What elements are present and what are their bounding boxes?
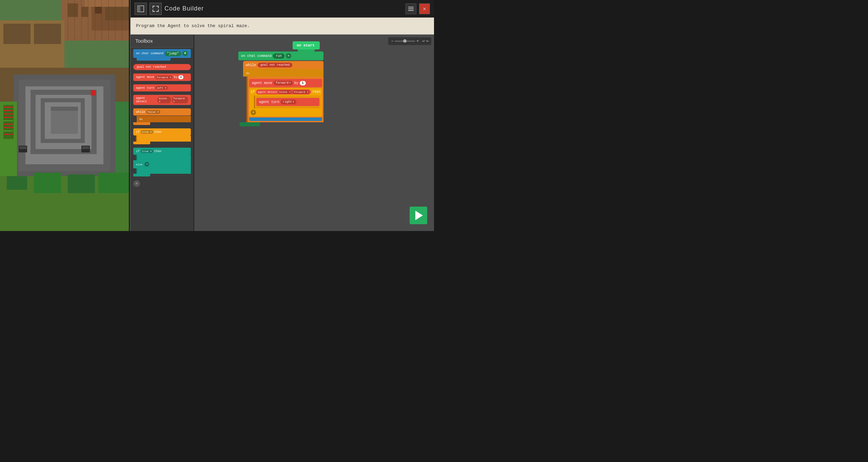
close-button[interactable]: ✕ [419, 3, 430, 14]
svg-rect-48 [3, 124, 13, 125]
svg-rect-53 [34, 173, 61, 193]
svg-rect-55 [98, 173, 129, 193]
turn-label: agent turn [136, 86, 154, 90]
toolbox-block-on-chat[interactable]: on chat command "jump" + [133, 49, 191, 61]
ws-move-dir[interactable]: forward [274, 81, 293, 85]
svg-rect-63 [408, 8, 414, 9]
then-label: then [154, 130, 162, 134]
ws-if-plus-row: + [251, 110, 321, 115]
svg-rect-57 [19, 146, 26, 149]
svg-rect-31 [92, 90, 97, 154]
title-bar: Code Builder ✕ [131, 0, 434, 18]
ws-on-chat-label: on chat command [241, 54, 272, 58]
detect-block-dropdown[interactable]: block ▾ [278, 90, 292, 94]
zoom-plus-btn[interactable]: + [416, 39, 419, 44]
ws-if-block: if agent detect block ▾ forward ▾ then [249, 88, 322, 117]
svg-rect-19 [3, 24, 31, 44]
detect-type-dropdown[interactable]: block ▾ [157, 97, 171, 103]
ws-on-chat-block[interactable]: on chat command run + while goal not rea… [238, 51, 323, 126]
list-icon-button[interactable] [406, 3, 416, 14]
svg-rect-45 [3, 113, 13, 114]
do-label: do [139, 118, 143, 121]
zoom-track[interactable] [395, 41, 415, 42]
title-buttons: ✕ [406, 3, 430, 14]
svg-rect-27 [103, 80, 110, 171]
ws-turn-label: agent turn [259, 100, 279, 104]
zoom-controls: − + ↩ ↪ [388, 37, 431, 45]
ws-detect-pill[interactable]: agent detect block ▾ forward ▾ [256, 89, 311, 94]
app-icon [135, 3, 147, 15]
toolbox-block-turn[interactable]: agent turn left ▾ [133, 84, 191, 91]
code-builder-panel: Code Builder ✕ Program the Agent to solv… [130, 0, 434, 231]
ws-chat-plus[interactable]: + [286, 53, 291, 59]
ws-if-body: agent turn right [254, 96, 321, 108]
move-label: agent move [136, 76, 154, 79]
svg-rect-43 [3, 107, 13, 108]
ws-move-label: agent move [252, 81, 272, 85]
if-else-cond-dropdown[interactable]: true ▾ [141, 149, 153, 153]
toolbox-block-detect[interactable]: agent detect block ▾ forward ▾ [133, 95, 191, 105]
move-dir-dropdown[interactable]: forward ▾ [155, 76, 173, 79]
while-cond-dropdown[interactable]: false ▾ [146, 110, 160, 114]
else-label: else [136, 163, 142, 166]
while-condition: goal not reached [258, 63, 292, 67]
ws-agent-turn[interactable]: agent turn right [256, 98, 319, 106]
svg-rect-47 [3, 120, 13, 121]
if-else-label: if [136, 150, 140, 153]
svg-rect-44 [3, 110, 13, 111]
zoom-minus-btn[interactable]: − [391, 39, 393, 44]
svg-rect-35 [81, 98, 85, 143]
chat-pill: "jump" [165, 51, 181, 56]
toolbox-block-if-else[interactable]: if true ▾ then else − [133, 148, 191, 176]
if-cond-dropdown[interactable]: true ▾ [141, 130, 153, 134]
detect-dir-dropdown[interactable]: forward ▾ [172, 97, 188, 103]
svg-rect-32 [41, 98, 85, 102]
game-canvas [0, 0, 129, 231]
detect-agent-text: agent detect [258, 90, 277, 93]
do-keyword: do [246, 72, 250, 75]
while-label: while [136, 110, 145, 114]
toolbox-block-if[interactable]: if true ▾ then [133, 128, 191, 144]
ws-if-plus[interactable]: + [251, 110, 256, 115]
ws-agent-move[interactable]: agent move forward by 1 [249, 79, 322, 87]
description-text: Program the Agent to solve the spiral ma… [136, 23, 250, 28]
title-left: Code Builder [135, 3, 204, 15]
play-icon [415, 211, 423, 220]
main-content: Toolbox on chat command "jump" + goal no… [131, 35, 434, 231]
svg-rect-54 [68, 174, 95, 193]
move-by-label: by [174, 76, 177, 79]
toolbox-header: Toolbox [131, 35, 194, 47]
minecraft-game [0, 0, 129, 231]
svg-rect-26 [19, 80, 25, 171]
expand-icon[interactable] [150, 3, 162, 15]
while-keyword: while [246, 63, 256, 67]
toolbox-block-while[interactable]: while false ▾ do [133, 108, 191, 125]
undo-btn[interactable]: ↩ [422, 39, 425, 44]
toolbox-block-goal[interactable]: goal not reached [133, 64, 191, 70]
do-label-row: do [243, 69, 323, 77]
redo-btn[interactable]: ↪ [426, 39, 429, 44]
ws-on-chat-row: on chat command run + [238, 51, 323, 60]
while-bottom-connector [249, 118, 322, 121]
run-button[interactable] [410, 207, 427, 224]
toolbox-block-move[interactable]: agent move forward ▾ by 1 [133, 74, 191, 81]
toolbox-plus-btn[interactable]: + [133, 180, 191, 187]
ws-chat-pill: run [273, 54, 284, 59]
while-body: agent move forward by 1 if agent detect [246, 77, 323, 122]
svg-rect-24 [19, 80, 110, 86]
svg-rect-37 [51, 107, 78, 111]
detect-fwd-dropdown[interactable]: forward ▾ [293, 90, 309, 94]
svg-rect-64 [408, 10, 414, 11]
ws-turn-dir[interactable]: right [281, 100, 296, 104]
chat-bottom-connector [240, 122, 260, 126]
turn-dir-dropdown[interactable]: left ▾ [155, 86, 168, 90]
description-bar: Program the Agent to solve the spiral ma… [131, 18, 434, 35]
then-keyword: then [312, 90, 320, 94]
else-minus[interactable]: − [144, 162, 149, 167]
goal-label: goal not reached [137, 65, 166, 69]
if-label: if [136, 130, 140, 134]
svg-rect-52 [7, 176, 27, 190]
while-header-row: while goal not reached [243, 61, 323, 69]
chat-plus[interactable]: + [182, 51, 188, 56]
move-num: 1 [178, 75, 183, 79]
